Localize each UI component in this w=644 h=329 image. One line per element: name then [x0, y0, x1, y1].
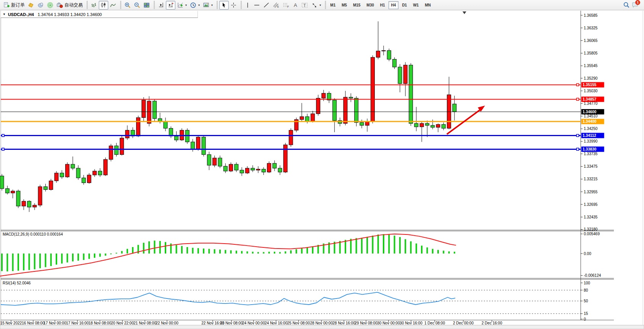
time-tick-label: 24 Nov 16:00	[265, 321, 287, 325]
window-bottom-edge	[0, 325, 644, 329]
candle-body	[316, 98, 320, 114]
candle-body	[360, 122, 364, 125]
hline-handle[interactable]	[577, 134, 579, 136]
price-badge-label: 1.34112	[583, 133, 596, 138]
time-tick-label: 23 Nov 08:00	[220, 321, 243, 325]
candle-body	[38, 187, 42, 205]
price-tick-label: 1.35290	[584, 76, 598, 80]
price-tick-label: 1.35545	[584, 64, 598, 68]
candle-body	[344, 97, 347, 124]
candle-body	[43, 187, 47, 190]
time-tick-label: 15 Nov 2022	[0, 321, 22, 325]
candle-body	[33, 205, 37, 207]
candle-body	[442, 124, 445, 128]
price-tick-label: 1.35805	[584, 51, 598, 55]
hline-handle[interactable]	[2, 148, 4, 150]
chart-menu-icon[interactable]: ▼	[3, 13, 6, 16]
candle-body	[55, 173, 58, 181]
candle-body	[431, 125, 435, 127]
price-badge-label: 1.34857	[583, 97, 597, 101]
candle-body	[365, 122, 369, 125]
hline-handle[interactable]	[577, 98, 579, 100]
price-tick-label: 1.32695	[584, 202, 598, 207]
candle-body	[436, 124, 440, 127]
candle-body	[240, 170, 244, 173]
candle-body	[251, 168, 255, 170]
time-tick-label: 17 Nov 16:00	[66, 321, 89, 325]
candle-body	[104, 159, 108, 175]
price-tick-label: 1.36065	[584, 39, 598, 43]
candle-body	[164, 122, 167, 128]
candle-body	[5, 189, 9, 193]
candle-body	[349, 97, 353, 98]
candle-body	[447, 95, 451, 128]
candle-body	[76, 168, 80, 178]
price-tick-label: 1.34510	[584, 114, 598, 118]
candle-body	[322, 93, 326, 98]
candle-body	[278, 168, 282, 172]
candle-body	[382, 50, 385, 51]
price-tick-label: 1.32955	[584, 190, 598, 194]
price-tick-label: 1.34770	[584, 101, 598, 106]
candle-body	[414, 124, 418, 127]
candle-body	[114, 146, 118, 154]
time-tick-label: 28 Nov 00:00	[310, 321, 333, 325]
price-badge-label: 1.35155	[583, 83, 597, 87]
price-tick-label: 1.36325	[584, 26, 598, 30]
candle-body	[120, 138, 124, 154]
time-tick-label: 24 Nov 00:00	[242, 321, 265, 325]
hline-handle[interactable]	[577, 148, 579, 150]
chart-symbol-label: USDCAD-,H4	[8, 12, 34, 17]
price-badge-label: 1.34600	[583, 110, 597, 114]
candle-body	[229, 164, 233, 171]
candle-body	[11, 191, 15, 193]
price-tick-label: 1.34250	[584, 127, 598, 131]
price-badge-label: 1.33830	[583, 147, 597, 151]
rsi-tick-label: 0	[584, 317, 586, 321]
candle-body	[403, 65, 407, 83]
time-tick-label: 1 Dec 08:00	[424, 321, 445, 325]
hline-handle[interactable]	[2, 134, 4, 136]
price-tick-label: 1.32435	[584, 215, 598, 219]
macd-tick-label: -0.006124	[584, 273, 601, 278]
candle-body	[202, 137, 206, 155]
candle-body	[246, 168, 249, 173]
candle-body	[376, 51, 380, 58]
candle-body	[311, 114, 315, 121]
time-tick-label: 20 Nov 22:00	[111, 321, 134, 325]
price-chart[interactable]: 1.365851.363251.360651.358051.355451.352…	[0, 0, 644, 329]
time-tick-label: 29 Nov 08:00	[355, 321, 377, 325]
price-tick-label: 1.36585	[584, 13, 598, 18]
price-tick-label: 1.32180	[584, 227, 598, 231]
candle-body	[262, 169, 265, 172]
candle-body	[93, 171, 96, 175]
macd-label: MACD(12,26,9) 0.000110 0.000164	[3, 232, 63, 236]
candle-body	[420, 124, 424, 127]
price-tick-label: 1.33990	[584, 139, 598, 143]
time-tick-label: 2 Dec 16:00	[482, 321, 502, 325]
candle-body	[305, 117, 309, 122]
time-tick-label: 18 Nov 08:00	[88, 321, 111, 325]
time-tick-label: 22 Nov 00:00	[156, 321, 178, 325]
candle-body	[393, 59, 397, 67]
candle-body	[98, 171, 102, 175]
rsi-label: RSI(14) 52.0046	[3, 281, 31, 285]
candle-body	[409, 65, 413, 124]
chart-title-bar[interactable]: ▼ USDCAD-,H4 1.34764 1.34933 1.34420 1.3…	[1, 11, 198, 18]
candle-body	[223, 166, 227, 171]
candle-body	[387, 50, 391, 59]
rsi-tick-label: 50	[584, 299, 588, 303]
candle-body	[273, 163, 276, 168]
time-tick-label: 17 Nov 00:00	[43, 321, 66, 325]
candle-body	[16, 191, 20, 206]
candle-body	[191, 142, 195, 149]
candle-body	[425, 124, 429, 125]
macd-tick-label: 0.005469	[584, 232, 600, 236]
price-tick-label: 1.33215	[584, 177, 598, 181]
chart-background	[0, 11, 644, 329]
candle-body	[196, 137, 200, 149]
candle-body	[137, 117, 140, 136]
hline-handle[interactable]	[577, 83, 579, 86]
rsi-tick-label: 100	[584, 281, 590, 285]
time-tick-label: 2 Dec 00:00	[453, 321, 474, 325]
